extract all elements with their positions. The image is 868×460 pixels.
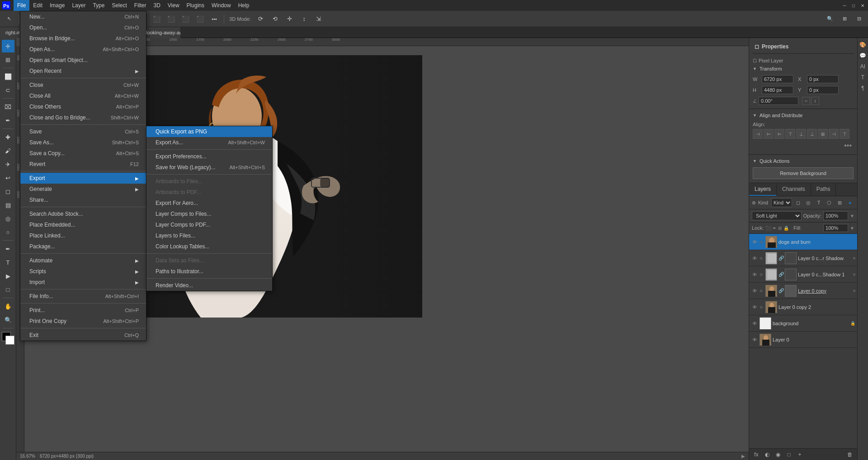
menu-revert[interactable]: Revert F12 xyxy=(20,159,146,170)
background-color[interactable] xyxy=(5,336,14,345)
menu-filter[interactable]: Filter xyxy=(131,0,150,11)
align-bottom-btn[interactable]: ⬛ xyxy=(179,13,192,25)
opacity-dropdown-arrow[interactable]: ▼ xyxy=(850,213,854,218)
artboard-tool[interactable]: ⊞ xyxy=(2,53,14,66)
stamp-tool[interactable]: ✈ xyxy=(2,158,14,171)
add-mask-button[interactable]: ◐ xyxy=(763,450,772,459)
3d-roll-btn[interactable]: ⟲ xyxy=(269,13,282,25)
align-bottom-edge-btn[interactable]: ⊥ xyxy=(807,129,817,139)
lasso-tool[interactable]: ⊂ xyxy=(2,84,14,96)
3d-scale-btn[interactable]: ⇲ xyxy=(312,13,325,25)
zoom-tool[interactable]: 🔍 xyxy=(2,313,14,326)
flip-v-btn[interactable]: ↕ xyxy=(811,97,819,105)
layer-item[interactable]: 👁 ⊕ doge and burn xyxy=(749,234,857,250)
menu-new[interactable]: New... Ctrl+N xyxy=(20,11,146,22)
color-lookup-tables[interactable]: Color Lookup Tables... xyxy=(146,241,272,252)
add-adjustment-button[interactable]: ◉ xyxy=(774,450,783,459)
flip-h-btn[interactable]: ↔ xyxy=(802,97,810,105)
crop-tool[interactable]: ⌧ xyxy=(2,100,14,113)
shape-tool[interactable]: □ xyxy=(2,283,14,296)
brush-tool[interactable]: 🖌 xyxy=(2,144,14,157)
menu-file-info[interactable]: File Info... Alt+Shift+Ctrl+I xyxy=(20,291,146,302)
menu-generate[interactable]: Generate ▶ xyxy=(20,184,146,194)
path-select-tool[interactable]: ▶ xyxy=(2,270,14,282)
3d-slide-btn[interactable]: ↕ xyxy=(298,13,311,25)
move-tool[interactable]: ✛ xyxy=(2,40,14,52)
menu-save-as[interactable]: Save As... Shift+Ctrl+S xyxy=(20,137,146,148)
menu-layer[interactable]: Layer xyxy=(68,0,89,11)
menu-automate[interactable]: Automate ▶ xyxy=(20,255,146,266)
blur-tool[interactable]: ◎ xyxy=(2,212,14,225)
fill-dropdown-arrow[interactable]: ▼ xyxy=(850,226,854,231)
maximize-button[interactable]: □ xyxy=(850,2,857,9)
layer-expand-icon[interactable]: ≡ xyxy=(853,272,855,277)
opacity-field[interactable]: 100% xyxy=(823,211,848,220)
align-left-edge-btn[interactable]: ⊣ xyxy=(753,129,763,139)
export-preferences[interactable]: Export Preferences... xyxy=(146,151,272,162)
healing-tool[interactable]: ✚ xyxy=(2,131,14,143)
dist-v-btn[interactable]: ⊤ xyxy=(840,129,849,139)
layer-item[interactable]: 👁 ⊕ 🔗 Layer 0 c...r Shadow ≡ xyxy=(749,250,857,266)
export-as[interactable]: Export As... Alt+Shift+Ctrl+W xyxy=(146,137,272,148)
lock-all-icon[interactable]: 🔒 xyxy=(783,226,789,231)
lock-position-icon[interactable]: ✒ xyxy=(773,226,776,231)
paragraph-icon[interactable]: ¶ xyxy=(858,83,868,93)
layer-visibility-toggle[interactable]: 👁 xyxy=(751,238,758,246)
menu-select[interactable]: Select xyxy=(108,0,130,11)
menu-save-copy[interactable]: Save a Copy... Alt+Ctrl+S xyxy=(20,148,146,159)
dodge-tool[interactable]: ○ xyxy=(2,226,14,238)
menu-export[interactable]: Export ▶ xyxy=(20,173,146,184)
arrange-btn[interactable]: ⊟ xyxy=(853,13,865,25)
filter-smartobj-btn[interactable]: ⊞ xyxy=(835,198,844,207)
align-h-center-btn[interactable]: ⊢ xyxy=(764,129,774,139)
menu-print-one[interactable]: Print One Copy Alt+Shift+Ctrl+P xyxy=(20,316,146,327)
blend-mode-select[interactable]: Soft Light xyxy=(752,211,802,220)
remove-background-button[interactable]: Remove Background xyxy=(753,167,854,179)
menu-scripts[interactable]: Scripts ▶ xyxy=(20,266,146,277)
fill-field[interactable]: 100% xyxy=(823,224,848,232)
delete-layer-button[interactable]: 🗑 xyxy=(845,450,854,459)
layer-visibility-toggle[interactable]: 👁 xyxy=(751,320,758,327)
filter-shape-btn[interactable]: ⬡ xyxy=(825,198,834,207)
layer-expand-icon[interactable]: ≡ xyxy=(853,256,855,261)
layer-item[interactable]: 👁 background 🔒 xyxy=(749,315,857,332)
menu-open-as[interactable]: Open As... Alt+Shift+Ctrl+O xyxy=(20,44,146,55)
layer-item[interactable]: 👁 ⊕ 🔗 Layer 0 copy ≡ xyxy=(749,283,857,299)
align-top-edge-btn[interactable]: ⊤ xyxy=(785,129,795,139)
menu-close-all[interactable]: Close All Alt+Ctrl+W xyxy=(20,90,146,101)
menu-3d[interactable]: 3D xyxy=(150,0,164,11)
export-quick-png[interactable]: Quick Export as PNG xyxy=(146,126,272,137)
more-options-align-btn[interactable]: ••• xyxy=(753,141,854,151)
close-button[interactable]: ✕ xyxy=(859,2,866,9)
lock-artboards-icon[interactable]: ⊞ xyxy=(778,226,782,231)
layer-item[interactable]: 👁 ⊕ Layer 0 copy 2 xyxy=(749,299,857,315)
menu-open-smart[interactable]: Open as Smart Object... xyxy=(20,55,146,66)
menu-file[interactable]: File xyxy=(14,0,29,11)
menu-exit[interactable]: Exit Ctrl+Q xyxy=(20,330,146,341)
menu-open[interactable]: Open... Ctrl+O xyxy=(20,22,146,33)
menu-plugins[interactable]: Plugins xyxy=(183,0,208,11)
create-group-button[interactable]: □ xyxy=(784,450,793,459)
menu-close-others[interactable]: Close Others Alt+Ctrl+P xyxy=(20,101,146,112)
tab-paths[interactable]: Paths xyxy=(811,183,836,196)
color-picker[interactable] xyxy=(2,332,14,345)
paths-to-illustrator[interactable]: Paths to Illustrator... xyxy=(146,266,272,277)
y-field[interactable]: 0 px xyxy=(807,86,839,94)
align-top-btn[interactable]: ⬛ xyxy=(150,13,163,25)
export-for-aero[interactable]: Export For Aero... xyxy=(146,198,272,209)
x-field[interactable]: 0 px xyxy=(807,75,839,83)
menu-window[interactable]: Window xyxy=(208,0,235,11)
align-v-center-btn[interactable]: ⊥ xyxy=(796,129,806,139)
kind-filter-select[interactable]: Kind xyxy=(771,198,792,207)
menu-open-recent[interactable]: Open Recent ▶ xyxy=(20,66,146,76)
gradient-tool[interactable]: ▤ xyxy=(2,199,14,211)
tab-layers[interactable]: Layers xyxy=(749,183,777,196)
menu-view[interactable]: View xyxy=(164,0,183,11)
layer-visibility-toggle[interactable]: 👁 xyxy=(751,287,758,294)
align-vbottom-btn[interactable]: ⬛ xyxy=(193,13,206,25)
3d-pan-btn[interactable]: ✛ xyxy=(283,13,296,25)
layer-visibility-toggle[interactable]: 👁 xyxy=(751,336,758,343)
layer-comps-files[interactable]: Layer Comps to Files... xyxy=(146,209,272,219)
history-brush-tool[interactable]: ↩ xyxy=(2,171,14,184)
dist-h-btn[interactable]: ⊣ xyxy=(829,129,839,139)
